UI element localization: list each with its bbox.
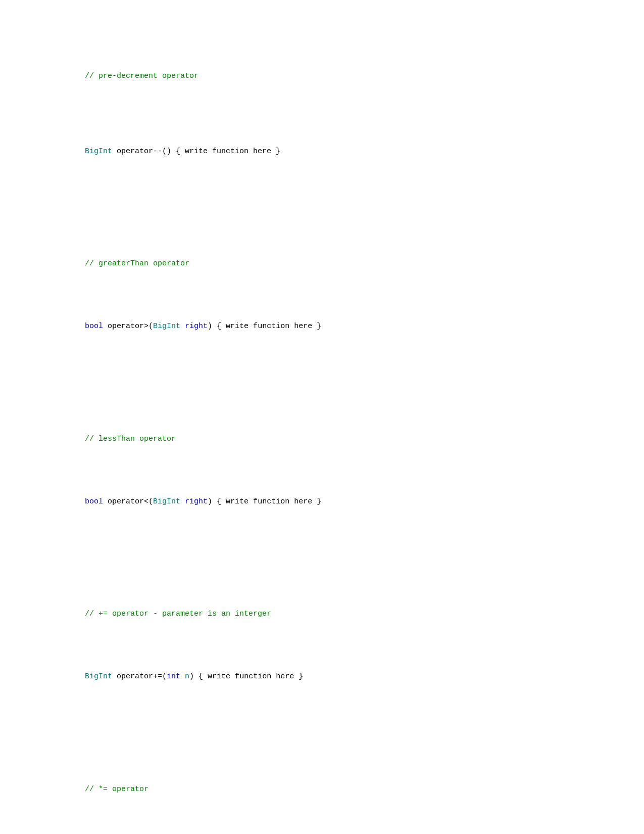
line-7: // += operator - parameter is an interge… [30, 596, 614, 633]
line-3: // greaterThan operator [30, 246, 614, 283]
line-1: // pre-decrement operator [30, 58, 614, 95]
comment-greater: // greaterThan operator [48, 259, 189, 268]
line-9: // *= operator [30, 771, 614, 808]
comment-mul-eq: // *= operator [48, 785, 148, 794]
int-kw-1: int [167, 672, 180, 681]
comment-less: // lessThan operator [48, 435, 176, 443]
code-4: operator<( [103, 497, 153, 506]
line-2: BigInt operator--() { write function her… [30, 133, 614, 170]
bigint-keyword-1: BigInt [48, 147, 112, 156]
right-kw-1: right [180, 322, 208, 331]
line-4: bool operator>(BigInt right) { write fun… [30, 308, 614, 345]
bigint-kw-4: BigInt [48, 672, 112, 681]
code-display: // pre-decrement operator BigInt operato… [30, 20, 614, 834]
code-3: ) { write function here } [208, 322, 321, 331]
comment-pre-decrement: // pre-decrement operator [48, 72, 199, 80]
bool-kw-1: bool [48, 322, 103, 331]
code-5: ) { write function here } [208, 497, 321, 506]
line-6: bool operator<(BigInt right) { write fun… [30, 483, 614, 521]
comment-plus-eq: // += operator - parameter is an interge… [48, 610, 271, 618]
bigint-kw-3: BigInt [153, 497, 180, 506]
code-6: operator+=( [112, 672, 167, 681]
bigint-kw-2: BigInt [153, 322, 180, 331]
blank-2 [30, 370, 614, 383]
n-kw-1: n [180, 672, 189, 681]
line-5: // lessThan operator [30, 421, 614, 458]
code-1: operator--() { write function here } [112, 147, 280, 156]
code-2: operator>( [103, 322, 153, 331]
bool-kw-2: bool [48, 497, 103, 506]
blank-1 [30, 196, 614, 208]
right-kw-2: right [180, 497, 208, 506]
blank-4 [30, 721, 614, 733]
line-8: BigInt operator+=(int n) { write functio… [30, 658, 614, 696]
blank-3 [30, 546, 614, 559]
code-7: ) { write function here } [189, 672, 303, 681]
